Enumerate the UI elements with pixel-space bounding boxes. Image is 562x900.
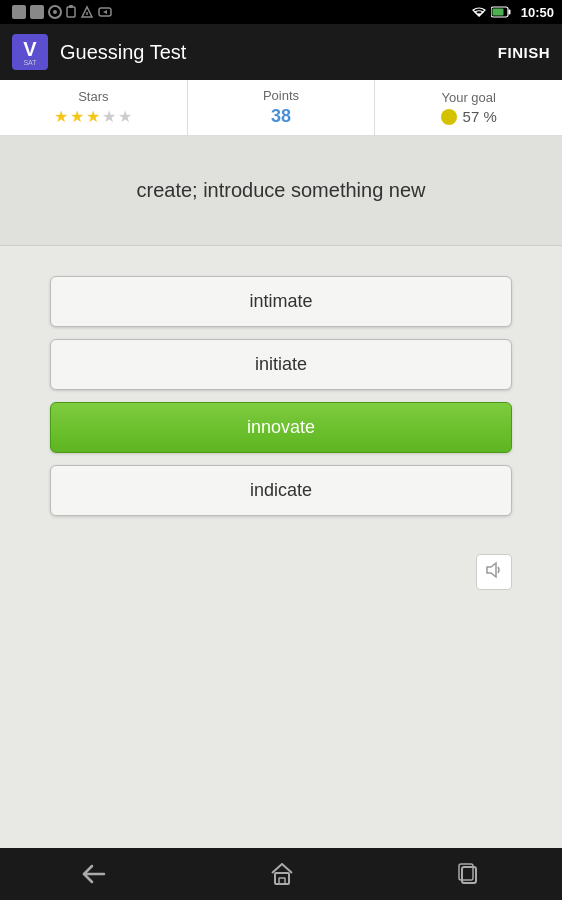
star-2: ★ <box>70 107 84 126</box>
star-3: ★ <box>86 107 100 126</box>
recents-icon <box>458 863 480 885</box>
notif-icon-1 <box>12 5 26 19</box>
answers-area: intimate initiate innovate indicate <box>0 246 562 546</box>
star-5: ★ <box>118 107 132 126</box>
svg-rect-12 <box>492 9 503 16</box>
answer-button-indicate[interactable]: indicate <box>50 465 512 516</box>
goal-value: 57 % <box>463 108 497 125</box>
wifi-icon <box>471 5 487 19</box>
definition-area: create; introduce something new <box>0 136 562 246</box>
goal-value-container: 57 % <box>441 108 497 125</box>
stats-row: Stars ★ ★ ★ ★ ★ Points 38 Your goal 57 % <box>0 80 562 136</box>
svg-rect-11 <box>508 10 510 15</box>
points-label: Points <box>263 88 299 103</box>
svg-rect-0 <box>12 5 26 19</box>
goal-label: Your goal <box>441 90 495 105</box>
stars-cell: Stars ★ ★ ★ ★ ★ <box>0 80 188 135</box>
finish-button[interactable]: FINISH <box>498 44 550 61</box>
stars-container: ★ ★ ★ ★ ★ <box>54 107 132 126</box>
goal-cell: Your goal 57 % <box>375 80 562 135</box>
notif-icon-5 <box>80 5 94 19</box>
logo-letter: V <box>23 39 36 59</box>
points-value: 38 <box>271 106 291 127</box>
bottom-nav <box>0 848 562 900</box>
sound-button[interactable] <box>476 554 512 590</box>
svg-marker-13 <box>487 563 496 577</box>
speaker-icon <box>485 561 503 584</box>
notif-icon-6 <box>98 5 112 19</box>
answer-button-initiate[interactable]: initiate <box>50 339 512 390</box>
stars-label: Stars <box>78 89 108 104</box>
logo-sub: SAT <box>23 59 36 66</box>
content-wrapper: V SAT Guessing Test FINISH Stars ★ ★ ★ ★… <box>0 24 562 848</box>
recents-button[interactable] <box>434 855 504 893</box>
star-4: ★ <box>102 107 116 126</box>
svg-rect-5 <box>69 5 73 8</box>
app-header: V SAT Guessing Test FINISH <box>0 24 562 80</box>
back-icon <box>82 864 106 884</box>
status-icons: 10:50 <box>471 5 554 20</box>
answer-button-innovate[interactable]: innovate <box>50 402 512 453</box>
svg-rect-1 <box>30 5 44 19</box>
app-logo: V SAT <box>12 34 48 70</box>
speaker-svg <box>485 561 503 579</box>
answer-button-intimate[interactable]: intimate <box>50 276 512 327</box>
sound-area <box>0 546 562 598</box>
notif-icon-4 <box>66 5 76 19</box>
status-time: 10:50 <box>521 5 554 20</box>
definition-text: create; introduce something new <box>136 179 425 202</box>
home-icon <box>270 863 294 885</box>
svg-marker-9 <box>103 10 107 14</box>
app-title: Guessing Test <box>60 41 498 64</box>
notification-icons <box>8 5 471 19</box>
svg-point-3 <box>53 10 57 14</box>
goal-coin-icon <box>441 109 457 125</box>
points-cell: Points 38 <box>188 80 376 135</box>
notif-icon-3 <box>48 5 62 19</box>
home-button[interactable] <box>246 855 318 893</box>
star-1: ★ <box>54 107 68 126</box>
status-bar: 10:50 <box>0 0 562 24</box>
notif-icon-2 <box>30 5 44 19</box>
back-button[interactable] <box>58 856 130 892</box>
battery-icon <box>491 6 511 18</box>
svg-rect-4 <box>67 7 75 17</box>
